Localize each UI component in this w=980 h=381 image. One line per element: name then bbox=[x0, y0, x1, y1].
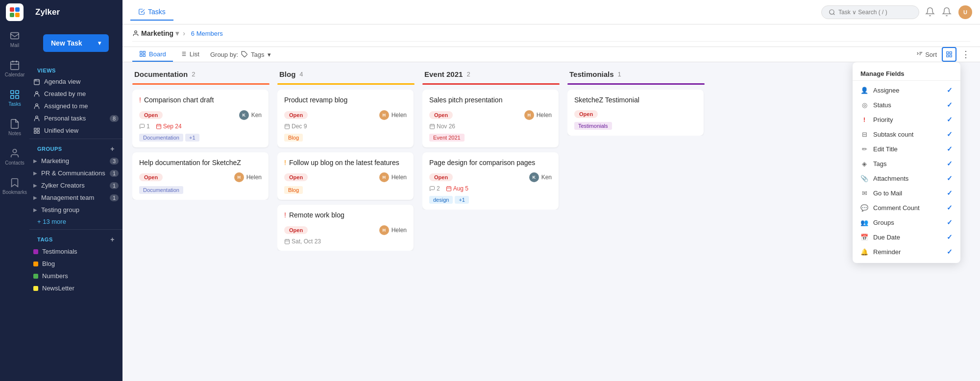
sidebar-group-pr[interactable]: ▶ PR & Communications 1 bbox=[29, 167, 122, 179]
field-due-date[interactable]: 📅 Due Date ✓ bbox=[853, 230, 960, 244]
sidebar-group-management[interactable]: ▶ Management team 1 bbox=[29, 191, 122, 204]
tag-dot-newsletter bbox=[33, 286, 38, 291]
field-assignee[interactable]: 👤 Assignee ✓ bbox=[853, 83, 960, 97]
card-product-revamp-blog[interactable]: Product revamp blog Open H Helen bbox=[277, 90, 414, 147]
mail-field-icon: ✉ bbox=[860, 189, 868, 197]
status-badge: Open bbox=[429, 111, 453, 119]
svg-rect-4 bbox=[11, 33, 19, 39]
field-attachments[interactable]: 📎 Attachments ✓ bbox=[853, 171, 960, 186]
card-remote-work-blog[interactable]: ! Remote work blog Open H Helen bbox=[277, 205, 414, 251]
due-date: Sep 24 bbox=[156, 123, 182, 130]
bell-icon[interactable] bbox=[942, 7, 953, 18]
due-date: Dec 9 bbox=[284, 123, 307, 130]
nav-notes[interactable]: Notes bbox=[0, 113, 29, 142]
field-reminder[interactable]: 🔔 Reminder ✓ bbox=[853, 244, 960, 259]
field-status[interactable]: ◎ Status ✓ bbox=[853, 97, 960, 112]
topbar-right: Task ∨ Search ( / ) U bbox=[821, 5, 972, 19]
svg-rect-23 bbox=[140, 54, 142, 56]
chevron-marketing-icon: ▶ bbox=[33, 158, 37, 164]
chevron-zc-icon: ▶ bbox=[33, 183, 37, 188]
field-go-to-mail[interactable]: ✉ Go to Mail ✓ bbox=[853, 186, 960, 200]
nav-calendar[interactable]: Calendar bbox=[0, 54, 29, 83]
column-bar-documentation bbox=[132, 83, 270, 85]
user-avatar[interactable]: U bbox=[958, 5, 972, 19]
app-logo[interactable] bbox=[6, 3, 24, 21]
sidebar-group-marketing[interactable]: ▶ Marketing 3 bbox=[29, 155, 122, 167]
kanban-board: Documentation 2 ! Comparison chart draft… bbox=[122, 62, 980, 381]
sidebar-item-created-by-me[interactable]: Created by me bbox=[29, 88, 122, 100]
svg-rect-2 bbox=[10, 13, 14, 17]
column-blog: Blog 4 Product revamp blog Open H bbox=[277, 70, 415, 373]
tag-documentation: Documentation bbox=[139, 134, 183, 142]
svg-rect-8 bbox=[11, 95, 14, 98]
column-header-testimonials: Testimonials 1 bbox=[567, 70, 705, 83]
project-name[interactable]: Marketing ▾ › bbox=[132, 29, 187, 37]
nav-contacts[interactable]: Contacts bbox=[0, 142, 29, 171]
sidebar-expanded: Zylker New Task ▾ VIEWS Agenda view Crea… bbox=[29, 0, 122, 381]
field-priority[interactable]: ! Priority ✓ bbox=[853, 112, 960, 127]
card-sales-pitch[interactable]: Sales pitch presentation Open H Helen bbox=[422, 90, 559, 147]
field-subtask-count[interactable]: ⊟ Subtask count ✓ bbox=[853, 127, 960, 142]
nav-tasks[interactable]: Tasks bbox=[0, 83, 29, 113]
user-icon bbox=[33, 91, 40, 97]
sidebar-tag-testimonials[interactable]: Testimonials bbox=[29, 245, 122, 258]
add-group-icon[interactable]: + bbox=[110, 145, 115, 153]
sidebar-item-assigned-to-me[interactable]: Assigned to me bbox=[29, 100, 122, 112]
group-by-selector[interactable]: Group by: Tags ▾ bbox=[210, 51, 271, 58]
manage-fields-dropdown: Manage Fields 👤 Assignee ✓ ◎ Status ✓ ! … bbox=[853, 62, 960, 263]
groups-field-icon: 👥 bbox=[860, 218, 868, 226]
assignee: K Ken bbox=[529, 172, 552, 182]
tag-plus1: +1 bbox=[185, 134, 199, 142]
tasks-tab-icon bbox=[138, 8, 145, 15]
topbar-tab-tasks[interactable]: Tasks bbox=[130, 4, 173, 21]
svg-rect-32 bbox=[947, 52, 949, 54]
field-edit-title[interactable]: ✏ Edit Title ✓ bbox=[853, 142, 960, 156]
sidebar-item-personal-tasks[interactable]: Personal tasks 8 bbox=[29, 112, 122, 124]
sidebar-group-zylker-creators[interactable]: ▶ Zylker Creators 1 bbox=[29, 179, 122, 191]
nav-bookmarks[interactable]: Bookmarks bbox=[0, 171, 29, 201]
tags-label: TAGS bbox=[37, 237, 53, 242]
card-page-design[interactable]: Page design for comparison pages Open K … bbox=[422, 152, 559, 210]
sidebar-tag-newsletter[interactable]: NewsLetter bbox=[29, 282, 122, 294]
avatar-helen: H bbox=[234, 172, 244, 182]
priority-high-icon-2: ! bbox=[284, 211, 286, 220]
tab-list[interactable]: List bbox=[173, 48, 206, 62]
card-comparison-chart-draft[interactable]: ! Comparison chart draft Open K Ken bbox=[132, 90, 269, 147]
sidebar-tag-numbers[interactable]: Numbers bbox=[29, 270, 122, 282]
sidebar-item-agenda-view[interactable]: Agenda view bbox=[29, 75, 122, 88]
unified-icon bbox=[33, 127, 40, 134]
card-sketcheZ-testimonial[interactable]: SketcheZ Testimonial Open Testimonials bbox=[567, 90, 704, 136]
new-task-button[interactable]: New Task ▾ bbox=[43, 34, 109, 52]
tab-board[interactable]: Board bbox=[132, 48, 173, 62]
field-tags[interactable]: ◈ Tags ✓ bbox=[853, 156, 960, 171]
sort-button[interactable]: Sort bbox=[916, 51, 937, 58]
field-groups[interactable]: 👥 Groups ✓ bbox=[853, 215, 960, 230]
nav-mail[interactable]: Mail bbox=[0, 24, 29, 54]
members-link[interactable]: 6 Members bbox=[191, 30, 223, 37]
board-view-icon bbox=[139, 50, 146, 57]
edit-title-check-icon: ✓ bbox=[947, 145, 953, 153]
manage-fields-button[interactable] bbox=[942, 47, 956, 62]
tags-field-icon: ◈ bbox=[860, 160, 868, 167]
tag-dot-numbers bbox=[33, 274, 38, 279]
card-help-documentation[interactable]: Help documentation for SketcheZ Open H H… bbox=[132, 152, 269, 200]
dropdown-arrow-icon: ▾ bbox=[98, 40, 101, 47]
sidebar-item-unified-view[interactable]: Unified view bbox=[29, 124, 122, 137]
sidebar-tag-blog[interactable]: Blog bbox=[29, 258, 122, 270]
add-tag-icon[interactable]: + bbox=[110, 236, 115, 243]
attachments-check-icon: ✓ bbox=[947, 174, 953, 182]
assignee-check-icon: ✓ bbox=[947, 86, 953, 94]
card-follow-up-blog[interactable]: ! Follow up blog on the latest features … bbox=[277, 152, 414, 200]
more-options-button[interactable]: ⋮ bbox=[961, 49, 970, 60]
search-bar[interactable]: Task ∨ Search ( / ) bbox=[821, 5, 919, 19]
more-groups-link[interactable]: + 13 more bbox=[29, 216, 122, 227]
assignee: H Helen bbox=[379, 172, 407, 182]
svg-point-14 bbox=[36, 116, 38, 118]
tag-blog-1: Blog bbox=[284, 134, 303, 142]
status-badge: Open bbox=[139, 173, 163, 181]
sidebar-group-testing[interactable]: ▶ Testing group bbox=[29, 204, 122, 216]
chevron-pr-icon: ▶ bbox=[33, 170, 37, 176]
field-comment-count[interactable]: 💬 Comment Count ✓ bbox=[853, 200, 960, 215]
notifications-icon[interactable] bbox=[925, 7, 936, 18]
avatar-helen: H bbox=[524, 110, 534, 120]
